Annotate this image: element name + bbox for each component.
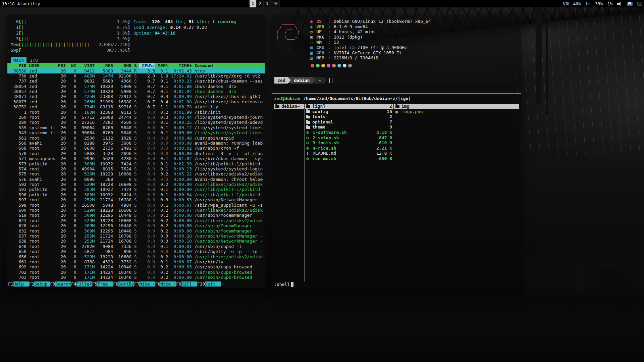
- htop-tab[interactable]: I/O: [27, 57, 40, 63]
- fr-keyboard-badge[interactable]: FR: [627, 2, 633, 6]
- htop-column-label[interactable]: RES: [95, 63, 113, 68]
- htop-process-row[interactable]: 656 root 20 0 529M 18228 10608 S 0.0 0.2…: [7, 254, 265, 259]
- shr-cell: 22912: [113, 94, 131, 99]
- htop-column-label[interactable]: MEM%: [155, 63, 168, 68]
- htop-process-row[interactable]: 650 root 20 0 5872 984 896 S 0.0 0.0 0:0…: [7, 249, 265, 254]
- htop-column-label[interactable]: PID: [11, 63, 26, 68]
- preview-row[interactable]: logo.png: [394, 109, 519, 114]
- htop-tab[interactable]: Main: [11, 57, 26, 63]
- htop-process-row[interactable]: 619 root 20 0 309M 12296 10448 S 0.0 0.2…: [7, 213, 265, 218]
- htop-process-row[interactable]: 543 systemd-ti 20 0 90064 6760 5840 S 0.…: [7, 130, 265, 135]
- cpu-status[interactable]: 33%: [595, 1, 603, 6]
- htop-column-label[interactable]: S: [131, 63, 139, 68]
- htop-process-row[interactable]: 628 root 20 0 309M 12296 10448 S 0.0 0.2…: [7, 223, 265, 228]
- parent-dir-row[interactable]: debian~: [274, 104, 304, 109]
- htop-process-row[interactable]: 561 root 20 0 2500 1112 1028 S 0.0 0.0 0…: [7, 136, 265, 141]
- htop-process-row[interactable]: 280 root 20 0 27216 7292 4560 S 0.0 0.1 …: [7, 120, 265, 125]
- htop-column-label[interactable]: Command: [192, 63, 263, 68]
- htop-process-row[interactable]: 38073 zed 20 0 263M 31996 16988 S 0.7 0.…: [7, 99, 265, 104]
- htop-process-row[interactable]: 637 root 20 0 252M 21724 16788 S 0.0 0.3…: [7, 234, 265, 239]
- file-row[interactable]: 3-fonts.sh610 B: [305, 140, 393, 146]
- function-key-button[interactable]: F9Kill: [176, 281, 197, 287]
- htop-tabs: MainI/O: [7, 57, 265, 63]
- htop-process-row[interactable]: 573 polkitd 20 0 303M 10932 7424 S 0.0 0…: [7, 161, 265, 166]
- file-row[interactable]: fonts2: [305, 114, 393, 119]
- htop-process-row[interactable]: 638 root 20 0 252M 21724 16788 S 0.0 0.3…: [7, 239, 265, 244]
- volume-status[interactable]: VOL 40%: [563, 1, 581, 6]
- htop-process-row[interactable]: 260 root 20 0 57712 26008 24744 S 0.0 0.…: [7, 115, 265, 120]
- function-key-button[interactable]: F10Quit: [197, 281, 221, 287]
- htop-process-row[interactable]: 571 messagebus 20 0 9996 5620 4280 S 0.0…: [7, 156, 265, 161]
- file-row[interactable]: optional7: [305, 119, 393, 125]
- tray-icon[interactable]: [637, 2, 642, 6]
- info-icon: ▭: [310, 40, 316, 45]
- htop-process-row[interactable]: 623 root 20 0 529M 18228 10608 S 0.0 0.2…: [7, 218, 265, 223]
- htop-column-label[interactable]: TIME+: [168, 63, 192, 68]
- preview-row[interactable]: img: [394, 104, 519, 109]
- htop-process-row[interactable]: 566 avahi 20 0 8288 3976 3608 S 0.0 0.0 …: [7, 141, 265, 146]
- htop-column-label[interactable]: NI: [66, 63, 76, 68]
- htop-process-row[interactable]: 570 root 20 0 5868 3528 2696 S 0.0 0.0 0…: [7, 151, 265, 156]
- file-row[interactable]: run_me.sh650 B: [305, 156, 393, 161]
- file-row[interactable]: [ign]2: [305, 104, 393, 109]
- ranger-status-line[interactable]: :shell: [274, 281, 519, 288]
- htop-process-row[interactable]: 699 root 20 0 171M 14224 10340 S 0.0 0.2…: [7, 264, 265, 269]
- htop-process-row[interactable]: 38530 zed 20 0 9412 5888 3444 R 3.3 0.1 …: [7, 68, 265, 73]
- function-key-button[interactable]: F8Nice +: [155, 281, 176, 287]
- htop-terminal-window[interactable]: 0[||1.3%]1[|0.7%]2[|1.3%]3[|||3.9%]Mem[|…: [7, 15, 265, 288]
- volume-icon[interactable]: [617, 2, 622, 6]
- htop-process-row[interactable]: 38054 zed 20 0 574M 10820 5908 S 0.7 0.1…: [7, 84, 265, 89]
- ranger-terminal-window[interactable]: zed@debian/home/zed/Documents/GitHub/deb…: [272, 93, 521, 289]
- htop-column-label[interactable]: PRI: [55, 63, 66, 68]
- file-row[interactable]: 1-software.sh3.18 K: [305, 130, 393, 135]
- htop-process-row[interactable]: 569 root 20 0 6608 2736 2492 S 0.0 0.0 0…: [7, 146, 265, 151]
- function-key-button[interactable]: F4Filter: [71, 281, 92, 287]
- file-row[interactable]: config15: [305, 109, 393, 114]
- htop-process-row[interactable]: 575 root 20 0 529M 18228 10608 S 0.0 0.2…: [7, 171, 265, 176]
- htop-process-row[interactable]: 597 root 20 0 252M 21724 16788 S 0.0 0.3…: [7, 197, 265, 202]
- htop-process-row[interactable]: 632 root 20 0 309M 12296 10448 S 0.0 0.2…: [7, 228, 265, 234]
- file-row[interactable]: 2-setup.sh847 B: [305, 135, 393, 141]
- mem-status[interactable]: 1%: [607, 1, 612, 6]
- htop-process-row[interactable]: 593 polkitd 20 0 303M 10932 7424 S 0.0 0…: [7, 187, 265, 192]
- htop-process-row[interactable]: 661 root 20 0 8768 4328 3732 S 0.0 0.1 0…: [7, 259, 265, 264]
- htop-process-row[interactable]: 702 root 20 0 171M 14224 10340 S 0.0 0.2…: [7, 270, 265, 275]
- htop-process-row[interactable]: 598 root 20 0 16508 5848 4984 S 0.0 0.1 …: [7, 203, 265, 208]
- function-key-button[interactable]: F3Search: [50, 281, 71, 287]
- workspace-button[interactable]: 1: [250, 0, 257, 7]
- htop-process-row[interactable]: 38752 zed 20 0 734M 89116 59716 S 0.7 1.…: [7, 104, 265, 109]
- color-dot: [337, 64, 341, 67]
- htop-process-row[interactable]: 1 root 20 0 163M 12368 9112 S 0.0 0.2 0:…: [7, 110, 265, 115]
- htop-process-row[interactable]: 576 avahi 20 0 8096 368 0 S 0.0 0.0 0:00…: [7, 177, 265, 182]
- file-row[interactable]: README.md12.8 K: [305, 151, 393, 156]
- file-row[interactable]: theme9: [305, 124, 393, 130]
- htop-column-label[interactable]: VIRT: [76, 63, 95, 68]
- htop-column-label[interactable]: USER: [26, 63, 55, 68]
- htop-process-row[interactable]: 592 root 20 0 529M 18228 10608 S 0.0 0.2…: [7, 182, 265, 187]
- htop-process-row[interactable]: 574 root 20 0 49904 8816 7624 S 0.0 0.1 …: [7, 166, 265, 171]
- workspace-button[interactable]: 3: [264, 0, 271, 7]
- function-key-button[interactable]: F7Nice -: [134, 281, 155, 287]
- htop-column-label[interactable]: SHR: [113, 63, 131, 68]
- htop-process-row[interactable]: 38057 zed 20 0 574M 10820 5908 S 0.7 0.1…: [7, 89, 265, 94]
- htop-process-row[interactable]: 38071 zed 20 0 425M 33808 22912 S 0.7 0.…: [7, 94, 265, 99]
- function-key-button[interactable]: F2Setup: [29, 281, 50, 287]
- htop-column-label[interactable]: CPU%▽: [139, 63, 155, 68]
- keyboard-layout-status[interactable]: fr: [585, 1, 590, 6]
- htop-process-row[interactable]: 600 root 20 0 529M 18228 10608 S 0.0 0.2…: [7, 208, 265, 213]
- htop-process-row[interactable]: 535 systemd-ti 20 0 90064 6760 5840 S 0.…: [7, 125, 265, 130]
- htop-process-row[interactable]: 730 zed 20 0 485M 147M 92100 S 2.0 1.9 1…: [7, 73, 265, 79]
- htop-process-row[interactable]: 737 zed 20 0 9832 5680 4360 S 0.7 0.1 0:…: [7, 79, 265, 84]
- function-key-button[interactable]: F6SortBy: [113, 281, 134, 287]
- file-row[interactable]: 4-rice.sh2.21 K: [305, 146, 393, 151]
- workspace-button[interactable]: 10: [271, 0, 280, 7]
- fastfetch-terminal-window[interactable]: _____ / __ \ | / | | \___- -_ --_ ◉OS : …: [272, 15, 521, 87]
- function-key-button[interactable]: F5Tree: [92, 281, 113, 287]
- htop-process-row[interactable]: 703 root 20 0 171M 14224 10340 S 0.0 0.2…: [7, 275, 265, 280]
- htop-process-row[interactable]: 596 polkitd 20 0 303M 10932 7424 S 0.0 0…: [7, 192, 265, 197]
- htop-process-row[interactable]: 648 root 20 0 27020 9088 7336 S 0.0 0.1 …: [7, 244, 265, 249]
- htop-meters: 0[||1.3%]1[|0.7%]2[|1.3%]3[|||3.9%]Mem[|…: [11, 19, 130, 53]
- function-key-button[interactable]: F1Help: [8, 281, 29, 287]
- workspace-button[interactable]: 2: [257, 0, 264, 7]
- shell-prompt[interactable]: zed debian ~: [274, 77, 332, 84]
